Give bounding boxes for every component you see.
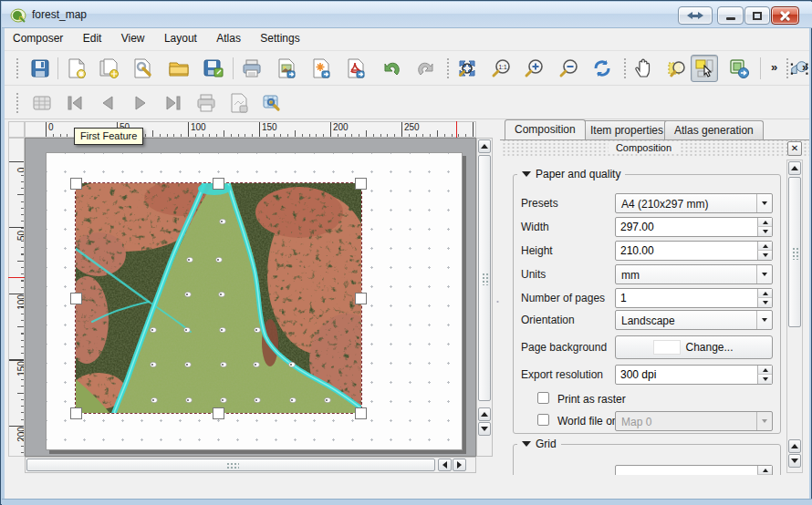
- selection-handle-sw[interactable]: [70, 407, 82, 419]
- spin-up-icon[interactable]: [757, 218, 772, 227]
- print-button[interactable]: [238, 55, 265, 82]
- menu-atlas[interactable]: Atlas: [208, 28, 249, 48]
- number-of-pages-input[interactable]: [615, 288, 773, 308]
- duplicate-composition-button[interactable]: [96, 55, 123, 82]
- selection-handle-w[interactable]: [70, 293, 82, 304]
- spin-up-icon[interactable]: [757, 242, 772, 251]
- print-as-raster-checkbox[interactable]: [537, 392, 549, 404]
- panel-vertical-scrollbar[interactable]: [786, 160, 803, 473]
- export-svg-button[interactable]: [307, 55, 335, 82]
- save-project-button[interactable]: [26, 55, 54, 82]
- selection-handle-n[interactable]: [213, 178, 224, 190]
- preview-atlas-button[interactable]: [28, 89, 56, 117]
- units-combo[interactable]: mm: [615, 264, 773, 284]
- menu-layout[interactable]: Layout: [156, 28, 205, 48]
- previous-feature-button[interactable]: [94, 89, 121, 117]
- pan-button[interactable]: [630, 55, 658, 82]
- toolbar-drag-handle[interactable]: [623, 57, 627, 79]
- composer-manager-button[interactable]: [129, 55, 156, 82]
- atlas-settings-button[interactable]: [258, 89, 286, 117]
- spin-up-icon[interactable]: [757, 289, 772, 298]
- page-background-button[interactable]: Change...: [615, 335, 773, 359]
- save-template-button[interactable]: [200, 55, 227, 82]
- menu-view[interactable]: View: [113, 28, 153, 48]
- load-template-button[interactable]: [165, 55, 193, 82]
- world-file-map-combo[interactable]: Map 0: [615, 411, 773, 431]
- horizontal-scroll-thumb[interactable]: [26, 459, 435, 471]
- map-item-selected[interactable]: [76, 183, 361, 413]
- tab-composition[interactable]: Composition: [505, 119, 586, 139]
- zoom-in-button[interactable]: [521, 55, 548, 82]
- units-label: Units: [521, 268, 546, 281]
- minimize-button[interactable]: [717, 6, 744, 25]
- redo-button[interactable]: [411, 55, 439, 82]
- world-file-checkbox[interactable]: [537, 414, 549, 426]
- toolbar-overflow-chevron[interactable]: »: [771, 60, 776, 74]
- export-image-button[interactable]: [273, 55, 300, 82]
- spin-up-icon[interactable]: [757, 366, 772, 375]
- spin-down-icon[interactable]: [757, 251, 772, 260]
- tab-item-properties[interactable]: Item properties: [580, 120, 673, 139]
- zoom-region-button[interactable]: [663, 55, 691, 82]
- tab-atlas-generation[interactable]: Atlas generation: [664, 120, 764, 139]
- toolbar-drag-handle[interactable]: [16, 92, 19, 114]
- maximize-button[interactable]: [744, 6, 770, 25]
- selection-handle-s[interactable]: [213, 407, 224, 419]
- export-atlas-button[interactable]: [225, 89, 253, 117]
- number-of-pages-spinbox[interactable]: [615, 288, 773, 308]
- canvas-horizontal-scrollbar[interactable]: [25, 457, 476, 473]
- canvas-vertical-scrollbar[interactable]: [476, 138, 493, 457]
- toolbar-drag-handle[interactable]: [446, 57, 450, 79]
- zoom-out-button[interactable]: [556, 55, 583, 82]
- shade-button[interactable]: [678, 6, 713, 25]
- dock-header[interactable]: Composition ✕: [502, 140, 809, 157]
- export-resolution-input[interactable]: [615, 365, 773, 385]
- toolbar-drag-handle[interactable]: [16, 57, 19, 79]
- print-atlas-button[interactable]: [193, 89, 220, 117]
- selection-handle-e[interactable]: [355, 293, 367, 304]
- grid-spinbox[interactable]: [615, 465, 773, 475]
- composition-panel: Composition Item properties Atlas genera…: [500, 119, 809, 475]
- width-input[interactable]: [615, 217, 773, 237]
- composition-viewport[interactable]: [25, 138, 476, 457]
- selection-handle-nw[interactable]: [70, 178, 82, 190]
- spin-down-icon[interactable]: [757, 227, 772, 236]
- presets-combo[interactable]: A4 (210x297 mm): [615, 193, 773, 213]
- vertical-scroll-thumb[interactable]: [478, 155, 491, 401]
- panel-scroll-thumb[interactable]: [788, 177, 801, 327]
- refresh-button[interactable]: [588, 55, 616, 82]
- undo-button[interactable]: [379, 55, 406, 82]
- select-move-item-button[interactable]: [691, 55, 718, 82]
- paper-page[interactable]: [46, 152, 463, 450]
- menu-composer[interactable]: Composer: [5, 28, 71, 48]
- shade-arrows-icon: [687, 12, 703, 19]
- title-bar[interactable]: forest_map: [2, 2, 812, 28]
- zoom-actual-button[interactable]: 1:1: [488, 55, 515, 82]
- grid-group-header[interactable]: Grid: [517, 438, 561, 450]
- dock-close-button[interactable]: ✕: [787, 141, 802, 156]
- spin-down-icon[interactable]: [757, 298, 772, 307]
- spin-down-icon[interactable]: [757, 375, 772, 384]
- first-feature-button[interactable]: [61, 89, 88, 117]
- new-composition-button[interactable]: [63, 55, 90, 82]
- zoom-full-button[interactable]: [453, 55, 481, 82]
- move-content-button[interactable]: [725, 55, 753, 82]
- selection-handle-ne[interactable]: [355, 178, 367, 190]
- export-resolution-spinbox[interactable]: [615, 365, 773, 385]
- menu-settings[interactable]: Settings: [252, 28, 307, 48]
- paper-group-header[interactable]: Paper and quality: [517, 168, 625, 180]
- orientation-combo[interactable]: Landscape: [615, 310, 773, 330]
- selection-handle-se[interactable]: [355, 407, 367, 419]
- spin-up-icon[interactable]: [757, 466, 772, 475]
- height-spinbox[interactable]: [615, 241, 773, 261]
- dropdown-arrow-icon: [756, 412, 772, 430]
- menu-edit[interactable]: Edit: [75, 28, 110, 48]
- height-input[interactable]: [615, 241, 773, 261]
- grid-input[interactable]: [615, 465, 773, 475]
- close-button[interactable]: [771, 6, 799, 25]
- last-feature-button[interactable]: [160, 89, 187, 117]
- toolbar-overflow-chevron[interactable]: »: [802, 60, 807, 74]
- next-feature-button[interactable]: [127, 89, 154, 117]
- export-pdf-button[interactable]: [342, 55, 370, 82]
- width-spinbox[interactable]: [615, 217, 773, 237]
